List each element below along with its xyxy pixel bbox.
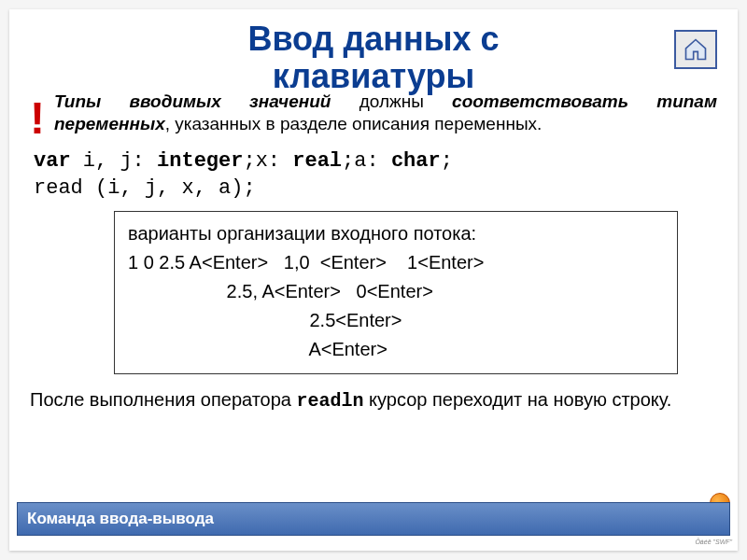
warning-bold-1: Типы вводимых значений [54, 91, 331, 111]
warning-icon: ! [30, 96, 45, 141]
after-text: После выполнения оператора readln курсор… [9, 374, 738, 413]
readln-keyword: readln [297, 390, 364, 412]
title-line-2: клавиатуры [273, 57, 474, 95]
after-t2: курсор переходит на новую строку. [364, 389, 672, 410]
variants-box: варианты организации входного потока: 1 … [114, 211, 678, 374]
box-heading: варианты организации входного потока: [128, 219, 664, 248]
code-p2: ;x: [243, 149, 292, 173]
slide: Ввод данных с клавиатуры ! Типы вводимых… [9, 9, 738, 551]
page-title: Ввод данных с клавиатуры [9, 9, 738, 94]
kw-integer: integer [157, 149, 243, 173]
kw-var: var [34, 149, 71, 173]
footer-bar: Команда ввода-вывода [17, 502, 730, 536]
code-line-2: read (i, j, x, a); [34, 176, 256, 200]
code-p1: i, j: [71, 149, 157, 173]
corner-label: Ôàéë "SWF" [695, 539, 732, 545]
warning-block: ! Типы вводимых значений должны соответс… [9, 91, 738, 141]
warning-text: Типы вводимых значений должны соответств… [54, 91, 717, 135]
kw-real: real [292, 149, 342, 173]
warning-plain-2: , указанных в разделе описания переменны… [165, 114, 543, 133]
title-line-1: Ввод данных с [247, 20, 499, 58]
warning-plain-1: должны [331, 91, 452, 111]
code-p4: ; [441, 149, 453, 173]
code-declaration: var i, j: integer;x: real;a: char; read … [9, 141, 738, 202]
box-row-4: A<Enter> [128, 335, 664, 364]
footer-text: Команда ввода-вывода [27, 510, 214, 528]
box-row-2: 2.5, A<Enter> 0<Enter> [128, 277, 664, 306]
kw-char: char [391, 149, 441, 173]
home-icon [683, 36, 709, 63]
box-row-3: 2.5<Enter> [128, 306, 664, 335]
box-row-1: 1 0 2.5 A<Enter> 1,0 <Enter> 1<Enter> [128, 248, 664, 277]
home-button[interactable] [674, 30, 717, 69]
code-p3: ;a: [342, 149, 391, 173]
after-t1: После выполнения оператора [30, 389, 297, 410]
